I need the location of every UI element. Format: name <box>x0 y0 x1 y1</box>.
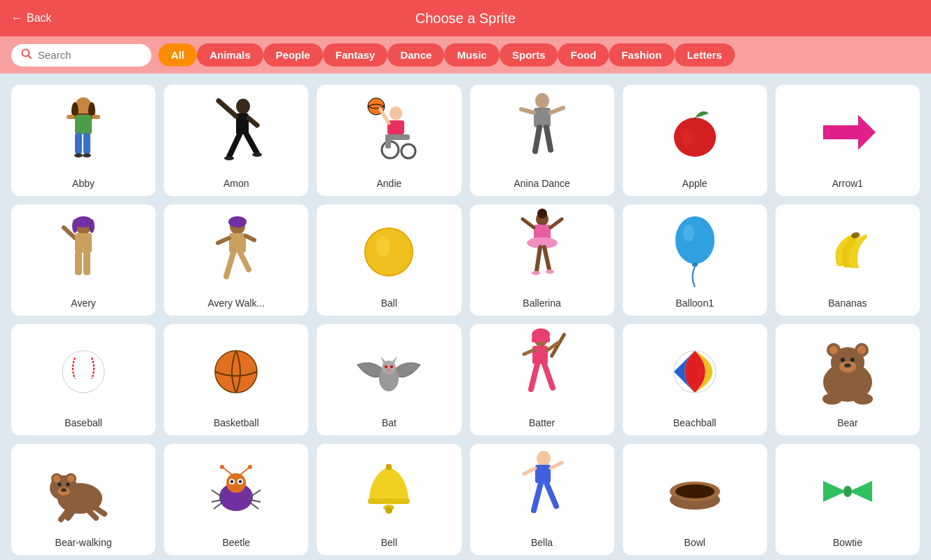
svg-line-141 <box>551 463 562 468</box>
svg-line-133 <box>250 503 258 509</box>
svg-point-26 <box>401 144 415 158</box>
filter-btn-all[interactable]: All <box>158 43 197 66</box>
sprite-image <box>17 92 150 172</box>
sprite-card-apple[interactable]: Apple <box>623 85 767 196</box>
svg-line-52 <box>226 253 233 276</box>
sprite-card-bowl[interactable]: Bowl <box>623 444 767 555</box>
sprite-image <box>322 92 455 172</box>
svg-line-63 <box>537 247 540 271</box>
svg-point-78 <box>385 365 387 368</box>
page-title: Choose a Sprite <box>415 10 516 27</box>
sprite-label: Bear-walking <box>55 537 112 548</box>
svg-rect-28 <box>385 134 391 148</box>
filter-btn-letters[interactable]: Letters <box>675 43 735 66</box>
sprite-card-bowtie[interactable]: Bowtie <box>775 444 920 555</box>
svg-rect-46 <box>83 251 90 275</box>
svg-rect-6 <box>75 115 92 134</box>
sprite-label: Andie <box>377 178 402 189</box>
sprite-card-bella[interactable]: Bella <box>470 444 614 555</box>
svg-line-24 <box>380 109 389 123</box>
sprite-label: Beachball <box>673 417 717 428</box>
filter-btn-animals[interactable]: Animals <box>197 43 263 66</box>
sprite-label: Baseball <box>64 417 102 428</box>
sprite-label: Apple <box>682 178 708 189</box>
svg-point-100 <box>850 358 855 362</box>
sprite-card-avery-walk...[interactable]: Avery Walk... <box>164 204 308 316</box>
sprite-image <box>628 211 761 292</box>
sprite-card-anina-dance[interactable]: Anina Dance <box>470 85 614 196</box>
sprite-card-beachball[interactable]: Beachball <box>623 324 767 435</box>
sprite-label: Ballerina <box>523 298 560 309</box>
filter-bar: AllAnimalsPeopleFantasyDanceMusicSportsF… <box>0 36 931 74</box>
sprite-card-beetle[interactable]: Beetle <box>164 444 308 555</box>
sprite-card-bat[interactable]: Bat <box>317 324 461 435</box>
sprite-card-balloon1[interactable]: Balloon1 <box>623 204 767 316</box>
sprite-card-avery[interactable]: Avery <box>11 204 156 316</box>
filter-btn-sports[interactable]: Sports <box>499 43 558 66</box>
back-button[interactable]: ← Back <box>11 12 52 24</box>
sprite-card-batter[interactable]: Batter <box>470 324 614 435</box>
sprite-label: Bella <box>531 537 553 548</box>
search-input[interactable] <box>38 49 143 61</box>
sprite-card-arrow1[interactable]: Arrow1 <box>775 85 920 196</box>
sprite-card-amon[interactable]: Amon <box>164 85 308 196</box>
sprite-card-bell[interactable]: Bell <box>317 444 461 555</box>
search-icon <box>21 48 32 62</box>
svg-point-136 <box>385 507 392 514</box>
svg-marker-38 <box>823 115 876 150</box>
svg-line-32 <box>551 108 563 113</box>
svg-line-117 <box>94 507 104 514</box>
sprite-card-bear[interactable]: Bear <box>775 324 920 435</box>
sprite-image <box>781 331 914 412</box>
sprite-card-basketball[interactable]: Basketball <box>164 324 308 435</box>
svg-line-87 <box>524 350 534 354</box>
svg-rect-8 <box>92 115 100 119</box>
svg-rect-83 <box>532 337 550 342</box>
svg-rect-7 <box>67 115 75 119</box>
sprite-label: Avery <box>71 298 96 309</box>
svg-point-109 <box>67 475 74 482</box>
sprite-label: Ball <box>381 298 397 309</box>
sprite-card-bear-walking[interactable]: Bear-walking <box>11 444 156 555</box>
svg-point-99 <box>841 358 845 362</box>
sprite-image <box>170 331 303 412</box>
search-box[interactable] <box>11 44 151 66</box>
sprite-image <box>322 211 455 292</box>
sprite-label: Batter <box>529 417 555 428</box>
svg-line-51 <box>246 236 254 240</box>
svg-point-101 <box>844 363 851 368</box>
svg-line-53 <box>240 253 249 270</box>
svg-line-88 <box>531 364 537 389</box>
filter-btn-music[interactable]: Music <box>444 43 499 66</box>
filter-btn-people[interactable]: People <box>263 43 323 66</box>
filter-btn-food[interactable]: Food <box>558 43 609 66</box>
filter-btn-fantasy[interactable]: Fantasy <box>323 43 388 66</box>
svg-line-18 <box>247 134 257 153</box>
sprite-image <box>476 88 609 172</box>
svg-line-50 <box>218 238 229 243</box>
svg-point-138 <box>537 451 551 466</box>
filter-btn-dance[interactable]: Dance <box>387 43 444 66</box>
svg-line-62 <box>551 219 562 227</box>
svg-line-17 <box>229 134 240 157</box>
sprite-card-bananas[interactable]: Bananas <box>775 204 920 316</box>
svg-line-143 <box>546 483 556 506</box>
filter-btn-fashion[interactable]: Fashion <box>609 43 675 66</box>
sprite-card-baseball[interactable]: Baseball <box>11 324 156 435</box>
svg-marker-77 <box>392 356 397 363</box>
sprite-image <box>170 92 303 172</box>
sprite-card-andie[interactable]: Andie <box>317 85 461 196</box>
svg-point-66 <box>546 270 554 274</box>
sprite-card-ballerina[interactable]: Ballerina <box>470 204 614 316</box>
sprite-image <box>170 451 303 531</box>
svg-point-13 <box>236 99 250 114</box>
svg-line-34 <box>546 127 551 150</box>
svg-marker-76 <box>380 356 386 363</box>
sprite-card-ball[interactable]: Ball <box>317 204 461 316</box>
svg-rect-137 <box>386 464 392 470</box>
sprite-card-abby[interactable]: Abby <box>11 85 156 196</box>
sprite-image <box>17 451 150 531</box>
sprite-label: Bell <box>381 537 397 548</box>
svg-point-58 <box>537 209 547 218</box>
svg-line-130 <box>214 503 222 509</box>
